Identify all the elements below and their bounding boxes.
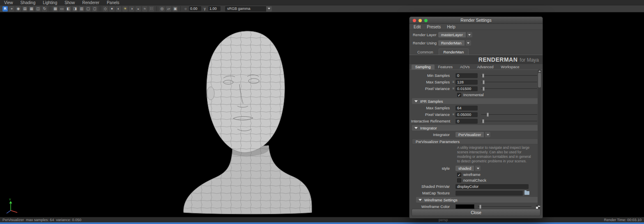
refresh-icon[interactable]: ↻ bbox=[42, 6, 47, 12]
style-dropdown[interactable]: shaded bbox=[455, 166, 481, 171]
render-layer-dropdown[interactable]: masterLayer bbox=[438, 32, 472, 37]
menu-presets[interactable]: Presets bbox=[427, 25, 441, 29]
shaded-primvar-label: Shaded PrimVar bbox=[411, 184, 451, 189]
wireframe-checkbox[interactable]: ✓ bbox=[457, 173, 461, 177]
dialog-titlebar[interactable]: Render Settings bbox=[409, 17, 543, 24]
menu-lighting[interactable]: Lighting bbox=[43, 0, 57, 5]
pixel-variance-slider[interactable] bbox=[481, 86, 537, 91]
folder-browse-icon[interactable] bbox=[524, 191, 529, 195]
ipr-pixel-variance-slider[interactable] bbox=[481, 112, 537, 117]
ipr-samples-header-label: IPR Samples bbox=[420, 99, 443, 104]
normalcheck-checkbox[interactable] bbox=[457, 178, 461, 182]
wireframe-settings-section-header[interactable]: Wireframe Settings bbox=[416, 197, 540, 203]
motion-blur-icon[interactable]: ≈ bbox=[142, 6, 147, 12]
resolution-gate-icon[interactable]: ◧ bbox=[66, 6, 71, 12]
matcap-texture-field[interactable] bbox=[455, 191, 523, 196]
tab-workspace[interactable]: Workspace bbox=[497, 65, 523, 69]
isolate-select-icon[interactable]: ◎ bbox=[159, 6, 165, 12]
lock-camera-icon[interactable]: ◉ bbox=[16, 6, 21, 12]
interactive-refinement-label: Interactive Refinement bbox=[411, 119, 451, 123]
exposure-field[interactable]: 0.00 bbox=[189, 6, 201, 11]
menu-view[interactable]: View bbox=[4, 0, 13, 5]
max-samples-slider[interactable] bbox=[481, 80, 537, 85]
wireframe-color-swatch[interactable] bbox=[455, 204, 474, 209]
max-samples-field[interactable]: 128 bbox=[455, 80, 478, 85]
menu-show[interactable]: Show bbox=[64, 0, 75, 5]
menu-renderer[interactable]: Renderer bbox=[82, 0, 99, 5]
time-range-bar[interactable] bbox=[0, 222, 644, 224]
max-samples-label: Max Samples bbox=[411, 80, 451, 84]
collapse-triangle-icon bbox=[414, 127, 418, 129]
ipr-max-samples-field[interactable]: 64 bbox=[455, 106, 478, 111]
pixel-variance-field[interactable]: 0.01500 bbox=[455, 86, 478, 91]
image-plane-icon[interactable]: ◫ bbox=[35, 6, 41, 12]
gate-mask-icon[interactable]: ◨ bbox=[72, 6, 78, 12]
pxrvisualizer-parameters-header[interactable]: PxrVisualizer Parameters bbox=[412, 139, 540, 144]
scrollbar-thumb[interactable] bbox=[538, 73, 541, 88]
menu-help[interactable]: Help bbox=[447, 25, 455, 29]
menu-shading[interactable]: Shading bbox=[21, 0, 36, 5]
interactive-refinement-row: Interactive Refinement 0 bbox=[411, 118, 540, 124]
ipr-pixel-variance-row: Pixel Variance ≡ 0.05000 bbox=[411, 111, 540, 118]
shadows-icon[interactable]: ◑ bbox=[129, 6, 134, 12]
tab-common[interactable]: Common bbox=[413, 49, 438, 55]
shaded-primvar-field[interactable]: displayColor bbox=[455, 184, 529, 189]
textured-display-icon[interactable]: ◐ bbox=[116, 6, 121, 12]
style-row: style shaded bbox=[411, 165, 540, 171]
snapshot-icon[interactable]: ▣ bbox=[172, 6, 178, 12]
camera-attributes-icon[interactable]: ▤ bbox=[22, 6, 28, 12]
panel-menubar: View Shading Lighting Show Renderer Pane… bbox=[0, 0, 644, 5]
renderman-banner: RENDERMAN for Maya bbox=[409, 55, 543, 64]
renderman-icon[interactable]: R bbox=[2, 6, 8, 12]
safe-title-icon[interactable]: ◻ bbox=[92, 6, 97, 12]
integrator-dropdown[interactable]: PxrVisualizer bbox=[455, 132, 490, 137]
xray-icon[interactable]: ▱ bbox=[166, 6, 171, 12]
gamma-field[interactable]: 1.00 bbox=[208, 6, 221, 11]
tab-advanced[interactable]: Advanced bbox=[474, 65, 497, 69]
tab-aovs[interactable]: AOVs bbox=[456, 65, 474, 69]
tab-renderman[interactable]: RenderMan bbox=[439, 48, 469, 55]
min-samples-slider[interactable] bbox=[481, 73, 537, 78]
scroll-up-icon[interactable] bbox=[538, 70, 541, 72]
collapse-triangle-icon bbox=[414, 100, 418, 102]
min-samples-field[interactable]: 0 bbox=[455, 73, 478, 78]
select-camera-icon[interactable]: ⌖ bbox=[9, 6, 14, 12]
film-gate-icon[interactable]: ▭ bbox=[59, 6, 64, 12]
render-using-dropdown[interactable]: RenderMan bbox=[438, 40, 471, 46]
multisampling-icon[interactable]: ∷ bbox=[149, 6, 154, 12]
grid-icon[interactable]: ▩ bbox=[53, 6, 58, 12]
lights-icon[interactable]: ☀ bbox=[122, 6, 128, 12]
chevron-down-icon bbox=[266, 6, 272, 12]
expression-icon[interactable]: ≡ bbox=[451, 87, 455, 90]
style-value: shaded bbox=[455, 166, 474, 171]
incremental-checkbox[interactable]: ✓ bbox=[457, 93, 461, 97]
tab-features[interactable]: Features bbox=[435, 65, 457, 69]
wireframe-color-slider[interactable] bbox=[478, 204, 531, 209]
menu-panels[interactable]: Panels bbox=[107, 0, 120, 5]
perspective-viewport[interactable]: Y bbox=[0, 12, 644, 217]
close-button[interactable]: Close bbox=[412, 209, 540, 216]
wireframe-display-icon[interactable]: ◇ bbox=[103, 6, 108, 12]
tab-sampling[interactable]: Sampling bbox=[412, 65, 435, 69]
shaded-display-icon[interactable]: ● bbox=[109, 6, 115, 12]
view-transform-dropdown[interactable]: sRGB gamma bbox=[225, 6, 272, 12]
interactive-refinement-slider[interactable] bbox=[481, 119, 537, 124]
safe-action-icon[interactable]: ▢ bbox=[85, 6, 91, 12]
expression-icon[interactable]: ≡ bbox=[451, 113, 455, 116]
ambient-occlusion-icon[interactable]: ◒ bbox=[136, 6, 141, 12]
wireframe-label: wireframe bbox=[463, 172, 481, 177]
toolbar-separator bbox=[100, 6, 100, 11]
chevron-down-icon bbox=[485, 132, 490, 137]
ipr-pixel-variance-field[interactable]: 0.05000 bbox=[455, 112, 478, 117]
menu-edit[interactable]: Edit bbox=[414, 25, 421, 29]
dialog-tabs: Common RenderMan bbox=[409, 48, 543, 55]
render-using-label: Render Using bbox=[413, 41, 438, 45]
max-samples-row: Max Samples ≡ 128 bbox=[411, 79, 540, 85]
integrator-section-header[interactable]: Integrator bbox=[412, 125, 540, 131]
dialog-scrollbar[interactable] bbox=[538, 69, 541, 206]
interactive-refinement-field[interactable]: 0 bbox=[455, 119, 478, 124]
ipr-samples-section-header[interactable]: IPR Samples bbox=[412, 98, 540, 104]
field-chart-icon[interactable]: ▥ bbox=[79, 6, 84, 12]
bookmark-icon[interactable]: ▦ bbox=[29, 6, 34, 12]
expression-icon[interactable]: ≡ bbox=[451, 80, 455, 84]
